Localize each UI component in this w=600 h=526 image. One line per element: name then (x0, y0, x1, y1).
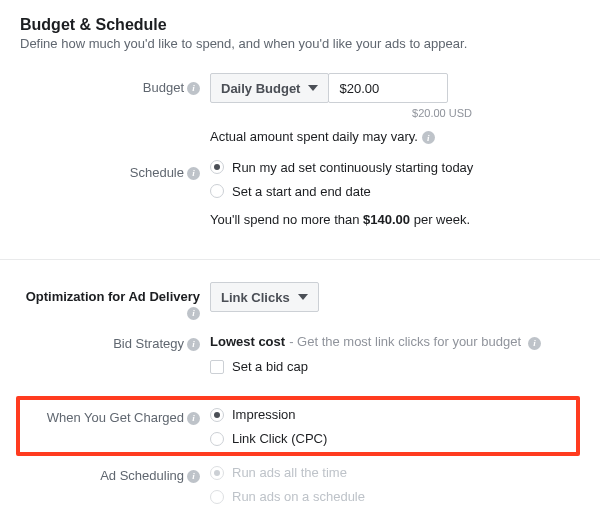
schedule-continuous-radio[interactable]: Run my ad set continuously starting toda… (210, 158, 580, 176)
budget-vary-note: Actual amount spent daily may vary.i (210, 129, 580, 144)
page-subtitle: Define how much you'd like to spend, and… (20, 36, 580, 51)
charged-cpc-radio[interactable]: Link Click (CPC) (210, 430, 572, 448)
charged-impression-radio[interactable]: Impression (210, 406, 572, 424)
info-icon: i (528, 337, 541, 350)
schedule-dates-radio[interactable]: Set a start and end date (210, 182, 580, 200)
weekly-spend-note: You'll spend no more than $140.00 per we… (210, 212, 580, 227)
bid-strategy-label: Bid Strategyi (20, 334, 210, 352)
info-icon: i (187, 167, 200, 180)
when-charged-highlight: When You Get Chargedi Impression Link Cl… (16, 396, 580, 456)
info-icon: i (187, 82, 200, 95)
info-icon: i (187, 338, 200, 351)
info-icon: i (422, 131, 435, 144)
when-charged-label: When You Get Chargedi (24, 406, 210, 426)
info-icon: i (187, 470, 200, 483)
optimization-select[interactable]: Link Clicks (210, 282, 319, 312)
budget-type-select[interactable]: Daily Budget (210, 73, 329, 103)
ad-scheduling-label: Ad Schedulingi (20, 464, 210, 484)
caret-down-icon (308, 85, 318, 91)
budget-amount-usd: $20.00 USD (210, 107, 472, 119)
budget-label: Budgeti (20, 73, 210, 96)
info-icon: i (187, 307, 200, 320)
ad-scheduling-all-radio: Run ads all the time (210, 464, 580, 482)
divider (0, 259, 600, 260)
info-icon: i (187, 412, 200, 425)
bid-strategy-value: Lowest cost - Get the most link clicks f… (210, 334, 580, 350)
optimization-label: Optimization for Ad Deliveryi (20, 282, 210, 320)
schedule-label: Schedulei (20, 158, 210, 181)
bid-cap-checkbox[interactable]: Set a bid cap (210, 358, 580, 376)
page-title: Budget & Schedule (20, 16, 580, 34)
budget-amount-input[interactable]: $20.00 (328, 73, 448, 103)
caret-down-icon (298, 294, 308, 300)
ad-scheduling-schedule-radio: Run ads on a schedule (210, 488, 580, 506)
